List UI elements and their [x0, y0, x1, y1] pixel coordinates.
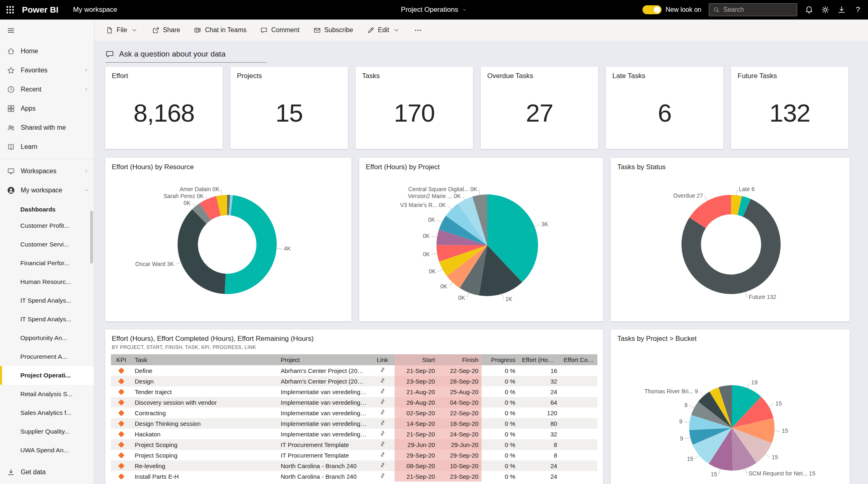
sidebar-item-label: My workspace	[21, 187, 62, 194]
cell-start: 23-Sep-20	[395, 376, 438, 386]
app-title[interactable]: Power BI	[22, 5, 59, 15]
kpi-card-effort[interactable]: Effort8,168	[105, 67, 223, 149]
cell-effort-completed	[560, 365, 597, 376]
column-header-progress[interactable]: Progress	[482, 354, 519, 365]
person-icon	[7, 186, 15, 194]
table-row[interactable]: HackatonImplementatie van veredelings ad…	[111, 429, 597, 439]
sidebar-item-it-spend-analys[interactable]: IT Spend Analys...	[0, 310, 94, 329]
cell-project: Abrham's Center Project (2020 Q4)	[278, 376, 370, 386]
sidebar-item-recent[interactable]: Recent	[0, 80, 94, 99]
breadcrumb[interactable]: My workspace	[73, 6, 117, 14]
toolbar-item-chat-in-teams[interactable]: Chat in Teams	[194, 26, 246, 34]
sidebar-item-home[interactable]: Home	[0, 41, 94, 61]
search-icon	[713, 7, 720, 13]
sidebar-item-get-data[interactable]: Get data	[0, 462, 94, 482]
kpi-status-icon	[118, 441, 124, 448]
search-input[interactable]	[723, 6, 793, 13]
column-header-effort-com[interactable]: Effort Com...	[560, 354, 597, 365]
column-header-link[interactable]: Link	[370, 354, 395, 365]
sidebar-item-workspaces[interactable]: Workspaces	[0, 161, 94, 181]
sidebar-item-uwa-spend-an[interactable]: UWA Spend An...	[0, 441, 94, 460]
panel-effort-by-project[interactable]: Effort (Hours) by Project 3K1K0K0K0K0K0K…	[359, 158, 603, 321]
dashboard-item-label: Procurement A...	[20, 353, 67, 360]
cell-effort-completed	[560, 460, 597, 471]
table-row[interactable]: Re-levelingNorth Carolina - Branch 24008…	[111, 460, 597, 471]
help-icon[interactable]: ?	[853, 5, 862, 14]
sidebar-scrollbar[interactable]	[90, 211, 93, 264]
toolbar-item-edit[interactable]: Edit	[367, 26, 400, 34]
shared-icon	[7, 124, 15, 132]
sidebar-item-human-resourc[interactable]: Human Resourc...	[0, 273, 94, 291]
sidebar-item-shared-with-me[interactable]: Shared with me	[0, 118, 94, 137]
kpi-status-icon	[118, 378, 124, 384]
dashboard-item-label: Retail Analysis S...	[20, 390, 72, 398]
cell-project: IT Procurement Template	[278, 450, 370, 460]
chart-data-label: 9	[679, 418, 682, 425]
sidebar-item-customer-profit[interactable]: Customer Profit...	[0, 216, 94, 235]
column-header-effort-hours[interactable]: Effort (Hours)	[519, 354, 560, 365]
sidebar-item-procurement-a[interactable]: Procurement A...	[0, 347, 94, 366]
sidebar-item-sales-analytics-f[interactable]: Sales Analytics f...	[0, 403, 94, 422]
table-row[interactable]: DesignAbrham's Center Project (2020 Q4)2…	[111, 376, 597, 386]
column-header-kpi[interactable]: KPI	[111, 354, 131, 365]
table-row[interactable]: Project ScopingIT Procurement Template29…	[111, 450, 597, 460]
sidebar-item-it-spend-analys[interactable]: IT Spend Analys...	[0, 291, 94, 310]
sidebar-item-apps[interactable]: Apps	[0, 99, 94, 118]
learn-icon	[7, 143, 15, 151]
kpi-card-row: Effort8,168Projects15Tasks170Overdue Tas…	[105, 67, 848, 149]
settings-icon[interactable]	[821, 5, 830, 14]
column-header-start[interactable]: Start	[395, 354, 438, 365]
new-look-toggle[interactable]: New look on	[642, 5, 701, 14]
column-header-finish[interactable]: Finish	[438, 354, 482, 365]
toolbar-item-more-icon[interactable]	[414, 26, 422, 34]
table-row[interactable]: DefineAbrham's Center Project (2020 Q4)2…	[111, 365, 597, 376]
panel-tasks-by-bucket[interactable]: Tasks by Project > Bucket 19151515SCM Re…	[611, 329, 850, 484]
toolbar-item-share[interactable]: Share	[152, 26, 180, 34]
table-row[interactable]: Design Thinking sessionImplementatie van…	[111, 418, 597, 429]
column-header-project[interactable]: Project	[278, 354, 370, 365]
sidebar-item-retail-analysis-s[interactable]: Retail Analysis S...	[0, 385, 94, 403]
kpi-card-overdue-tasks[interactable]: Overdue Tasks27	[481, 67, 598, 149]
kpi-card-future-tasks[interactable]: Future Tasks132	[731, 67, 848, 149]
effort-by-resource-chart: 4KOscar Ward 3K0KSarah Perez 0KAmer Dala…	[105, 173, 352, 316]
sidebar-item-project-operati[interactable]: Project Operati...	[0, 366, 94, 385]
table-row[interactable]: ContractingImplementatie van veredelings…	[111, 408, 597, 418]
table-row[interactable]: Tender trajectImplementatie van veredeli…	[111, 386, 597, 397]
panel-effort-table[interactable]: Effort (Hours), Effort Completed (Hours)…	[105, 329, 603, 484]
sidebar-item-opportunity-an[interactable]: Opportunity An...	[0, 329, 94, 347]
page-title-menu[interactable]: Project Operations	[401, 6, 467, 14]
sidebar-item-financial-perfor[interactable]: Financial Perfor...	[0, 254, 94, 273]
sidebar-item-label: Apps	[21, 105, 35, 112]
sidebar-item-customer-servi[interactable]: Customer Servi...	[0, 235, 94, 254]
table-row[interactable]: Project ScopingIT Procurement Template29…	[111, 439, 597, 450]
tasks-by-bucket-chart: 19151515SCM Request for Net... 151515999…	[611, 344, 850, 484]
waffle-menu-button[interactable]	[0, 0, 20, 20]
table-row[interactable]: Discovery session with vendorImplementat…	[111, 397, 597, 408]
kpi-card-tasks[interactable]: Tasks170	[356, 67, 473, 149]
kpi-card-projects[interactable]: Projects15	[230, 67, 348, 149]
chart-data-label: 0K	[458, 294, 466, 301]
chart-data-label: 15	[775, 400, 782, 407]
search-box[interactable]	[709, 3, 797, 16]
toggle-pill[interactable]	[642, 5, 662, 14]
toolbar-item-file[interactable]: File	[106, 26, 138, 34]
ask-question-input[interactable]: Ask a question about your data	[105, 46, 266, 63]
chart-slice[interactable]	[225, 195, 277, 294]
download-icon[interactable]	[837, 5, 846, 14]
sidebar-collapse-button[interactable]	[0, 20, 94, 41]
toolbar-item-subscribe[interactable]: Subscribe	[313, 26, 353, 34]
panel-tasks-by-status[interactable]: Tasks by Status Late 6Future 132Overdue …	[611, 158, 850, 321]
table-row[interactable]: Install Parts E-HNorth Carolina - Branch…	[111, 471, 597, 482]
sidebar-item-favorites[interactable]: Favorites	[0, 61, 94, 80]
chart-slice[interactable]	[178, 209, 226, 294]
sidebar-item-my-workspace[interactable]: My workspace	[0, 181, 94, 200]
hamburger-icon	[7, 26, 15, 35]
notifications-icon[interactable]	[805, 5, 814, 14]
kpi-card-late-tasks[interactable]: Late Tasks6	[606, 67, 723, 149]
sidebar-item-supplier-quality[interactable]: Supplier Quality...	[0, 422, 94, 441]
panel-effort-by-resource[interactable]: Effort (Hours) by Resource 4KOscar Ward …	[105, 158, 352, 321]
cell-task: Project Scoping	[131, 439, 277, 450]
toolbar-item-comment[interactable]: Comment	[260, 26, 299, 34]
column-header-task[interactable]: Task	[131, 354, 277, 365]
sidebar-item-learn[interactable]: Learn	[0, 137, 94, 156]
